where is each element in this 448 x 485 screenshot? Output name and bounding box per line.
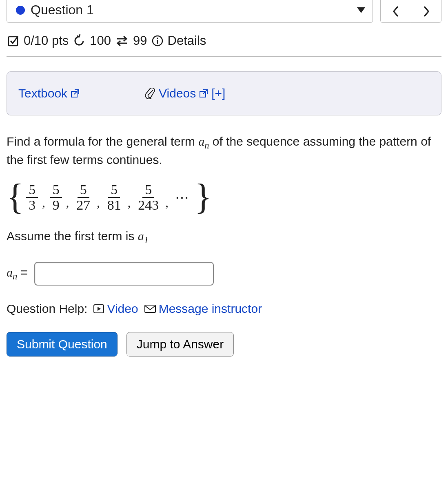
svg-rect-10 — [145, 305, 155, 312]
question-label: Question 1 — [31, 2, 94, 18]
question-selector[interactable]: Question 1 — [7, 0, 373, 23]
textbook-link[interactable]: Textbook — [18, 86, 80, 100]
external-link-icon — [199, 89, 208, 98]
info-icon — [151, 35, 164, 47]
question-prompt: Find a formula for the general term an o… — [7, 133, 441, 168]
details-link[interactable]: Details — [168, 33, 206, 48]
help-label: Question Help: — [7, 302, 87, 316]
videos-link[interactable]: Videos [+] — [145, 86, 225, 100]
term-2: 59 — [50, 182, 62, 212]
attempts-remaining: 100 — [90, 33, 111, 48]
svg-point-2 — [157, 38, 158, 39]
left-brace-icon: { — [7, 183, 24, 211]
help-message-link[interactable]: Message instructor — [144, 302, 262, 316]
question-help-row: Question Help: Video Message instructor — [7, 302, 441, 316]
svg-line-5 — [74, 90, 79, 94]
submit-button[interactable]: Submit Question — [7, 332, 118, 357]
term-4: 581 — [105, 182, 124, 212]
button-row: Submit Question Jump to Answer — [7, 332, 441, 357]
svg-marker-9 — [98, 307, 101, 311]
paperclip-icon — [145, 88, 155, 99]
resources-box: Textbook Videos [+] — [7, 71, 441, 115]
answer-lhs: an = — [7, 266, 28, 282]
videos-expand: [+] — [211, 86, 225, 100]
help-video-link[interactable]: Video — [93, 302, 138, 316]
ellipsis: ⋯ — [172, 189, 194, 206]
answer-input[interactable] — [34, 262, 214, 286]
checkbox-icon — [7, 35, 20, 47]
status-bullet-icon — [16, 6, 25, 15]
redo-icon — [73, 34, 86, 47]
prev-question-button[interactable] — [381, 0, 411, 22]
sequence-terms: 53, 59, 527, 581, 5243, ⋯ — [24, 182, 194, 212]
jump-to-answer-button[interactable]: Jump to Answer — [126, 332, 234, 357]
score-text: 0/10 pts — [24, 33, 69, 48]
term-1: 53 — [26, 182, 38, 212]
answer-row: an = — [7, 262, 441, 286]
swap-count: 99 — [133, 33, 147, 48]
chevron-right-icon — [422, 5, 430, 18]
sequence-display: { 53, 59, 527, 581, 5243, ⋯ } — [7, 182, 441, 212]
next-question-button[interactable] — [411, 0, 441, 22]
assume-text: Assume the first term is a1 — [7, 229, 441, 246]
textbook-label: Textbook — [18, 86, 67, 100]
right-brace-icon: } — [195, 183, 212, 211]
question-nav — [380, 0, 441, 23]
videos-label: Videos — [159, 86, 196, 100]
external-link-icon — [71, 89, 80, 98]
term-3: 527 — [74, 182, 93, 212]
chevron-down-icon — [357, 7, 365, 13]
svg-rect-3 — [157, 40, 158, 44]
question-meta: 0/10 pts 100 99 Details — [7, 32, 441, 57]
swap-icon — [115, 35, 129, 47]
svg-line-7 — [203, 90, 207, 94]
play-icon — [93, 304, 104, 314]
mail-icon — [144, 304, 156, 313]
chevron-left-icon — [392, 5, 400, 18]
term-5: 5243 — [135, 182, 161, 212]
